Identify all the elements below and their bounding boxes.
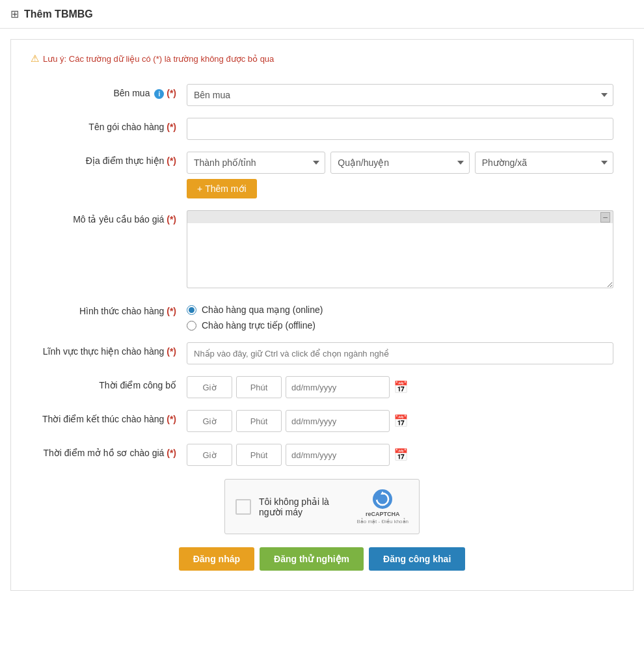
mo-ta-required: (*) — [167, 214, 176, 224]
captcha-box: Tôi không phải là người máy reCAPTCHA Bả… — [224, 479, 420, 534]
captcha-container: Tôi không phải là người máy reCAPTCHA Bả… — [31, 479, 613, 534]
page-title: Thêm TBMBG — [24, 8, 93, 20]
online-radio[interactable] — [187, 305, 196, 315]
linh-vuc-input[interactable] — [187, 342, 613, 364]
offline-option[interactable]: Chào hàng trực tiếp (offline) — [187, 320, 613, 331]
notice-bar: ⚠ Lưu ý: Các trường dữ liệu có (*) là tr… — [31, 53, 613, 71]
ben-mua-control: Bên mua — [187, 84, 613, 106]
thoi-diem-cong-bo-control: 📅 — [187, 376, 613, 398]
mo-ta-textarea[interactable] — [187, 223, 613, 288]
captcha-brand-text: reCAPTCHA — [366, 511, 400, 517]
captcha-checkbox[interactable] — [235, 499, 251, 515]
mo-ta-row: Mô tả yêu cầu báo giá (*) – — [31, 210, 613, 290]
thoi-diem-mo-label: Thời điểm mở hồ sơ chào giá (*) — [31, 444, 187, 458]
district-select[interactable]: Quận/huyện — [330, 152, 469, 174]
captcha-links-text: Bảo mật - Điều khoản — [356, 519, 409, 524]
ket-thuc-calendar-icon[interactable]: 📅 — [394, 414, 408, 428]
thoi-diem-cong-bo-row: Thời điểm công bố 📅 — [31, 376, 613, 398]
them-moi-button[interactable]: + Thêm mới — [187, 179, 257, 198]
form-container: ⚠ Lưu ý: Các trường dữ liệu có (*) là tr… — [10, 39, 634, 591]
thoi-diem-ket-thuc-label: Thời điểm kết thúc chào hàng (*) — [31, 410, 187, 424]
captcha-logo-area: reCAPTCHA Bảo mật - Điều khoản — [356, 489, 409, 524]
cong-bo-date-input[interactable] — [286, 376, 390, 398]
warning-icon: ⚠ — [31, 53, 39, 64]
thoi-diem-ket-thuc-row: Thời điểm kết thúc chào hàng (*) 📅 — [31, 410, 613, 432]
mo-ta-control: – — [187, 210, 613, 290]
page-header: ⊞ Thêm TBMBG — [0, 0, 644, 29]
them-moi-label: Thêm mới — [205, 183, 246, 194]
textarea-collapse-icon[interactable]: – — [600, 212, 610, 223]
notice-text: Lưu ý: Các trường dữ liệu có (*) là trườ… — [43, 54, 274, 64]
hinh-thuc-control: Chào hàng qua mạng (online) Chào hàng tr… — [187, 302, 613, 331]
city-select[interactable]: Thành phố/tỉnh — [187, 152, 325, 174]
cong-bo-phut-input[interactable] — [236, 376, 282, 398]
thoi-diem-mo-row: Thời điểm mở hồ sơ chào giá (*) 📅 — [31, 444, 613, 466]
dia-diem-row: Địa điểm thực hiện (*) Thành phố/tỉnh Qu… — [31, 152, 613, 198]
ben-mua-select[interactable]: Bên mua — [187, 84, 613, 106]
ket-thuc-date-input[interactable] — [286, 410, 390, 432]
thoi-diem-ket-thuc-control: 📅 — [187, 410, 613, 432]
datetime-row-1: 📅 — [187, 376, 613, 398]
datetime-row-2: 📅 — [187, 410, 613, 432]
mo-calendar-icon[interactable]: 📅 — [394, 448, 408, 462]
datetime-row-3: 📅 — [187, 444, 613, 466]
ben-mua-label: Bên mua i (*) — [31, 84, 187, 99]
button-row: Đăng nháp Đăng thử nghiệm Đăng công khai — [31, 547, 613, 571]
ward-select[interactable]: Phường/xã — [475, 152, 613, 174]
info-icon[interactable]: i — [154, 89, 164, 99]
grid-icon: ⊞ — [10, 8, 19, 20]
ten-goi-required: (*) — [167, 122, 176, 132]
dang-nhap-button[interactable]: Đăng nháp — [179, 547, 254, 571]
ket-thuc-gio-input[interactable] — [187, 410, 232, 432]
linh-vuc-control — [187, 342, 613, 364]
ten-goi-control — [187, 118, 613, 140]
offline-label: Chào hàng trực tiếp (offline) — [202, 320, 315, 331]
dia-diem-control: Thành phố/tỉnh Quận/huyện Phường/xã + Th… — [187, 152, 613, 198]
offline-radio[interactable] — [187, 321, 196, 331]
online-option[interactable]: Chào hàng qua mạng (online) — [187, 305, 613, 315]
linh-vuc-row: Lĩnh vực thực hiện chào hàng (*) — [31, 342, 613, 364]
thoi-diem-cong-bo-label: Thời điểm công bố — [31, 376, 187, 390]
mo-ta-label: Mô tả yêu cầu báo giá (*) — [31, 210, 187, 224]
cong-bo-calendar-icon[interactable]: 📅 — [394, 380, 408, 394]
ben-mua-required: (*) — [167, 88, 176, 98]
hinh-thuc-required: (*) — [167, 306, 176, 316]
ket-thuc-phut-input[interactable] — [236, 410, 282, 432]
ten-goi-label: Tên gói chào hàng (*) — [31, 118, 187, 132]
dia-diem-required: (*) — [167, 156, 176, 166]
textarea-topbar: – — [187, 210, 613, 223]
mo-date-input[interactable] — [286, 444, 390, 466]
mo-gio-input[interactable] — [187, 444, 232, 466]
online-label: Chào hàng qua mạng (online) — [202, 305, 323, 315]
cong-khai-button[interactable]: Đăng công khai — [369, 547, 465, 571]
recaptcha-logo — [372, 489, 393, 509]
location-row: Thành phố/tỉnh Quận/huyện Phường/xã — [187, 152, 613, 174]
mo-phut-input[interactable] — [236, 444, 282, 466]
mo-required: (*) — [167, 448, 176, 458]
thoi-diem-mo-control: 📅 — [187, 444, 613, 466]
linh-vuc-required: (*) — [167, 346, 176, 357]
thu-nghiem-button[interactable]: Đăng thử nghiệm — [260, 547, 364, 571]
ten-goi-row: Tên gói chào hàng (*) — [31, 118, 613, 140]
hinh-thuc-label: Hình thức chào hàng (*) — [31, 302, 187, 316]
ten-goi-input[interactable] — [187, 118, 613, 140]
hinh-thuc-row: Hình thức chào hàng (*) Chào hàng qua mạ… — [31, 302, 613, 331]
captcha-text: Tôi không phải là người máy — [259, 496, 349, 517]
dia-diem-label: Địa điểm thực hiện (*) — [31, 152, 187, 166]
plus-icon: + — [197, 183, 202, 194]
hinh-thuc-radio-group: Chào hàng qua mạng (online) Chào hàng tr… — [187, 302, 613, 331]
ben-mua-row: Bên mua i (*) Bên mua — [31, 84, 613, 106]
cong-bo-gio-input[interactable] — [187, 376, 232, 398]
linh-vuc-label: Lĩnh vực thực hiện chào hàng (*) — [31, 342, 187, 357]
ket-thuc-required: (*) — [167, 414, 176, 424]
